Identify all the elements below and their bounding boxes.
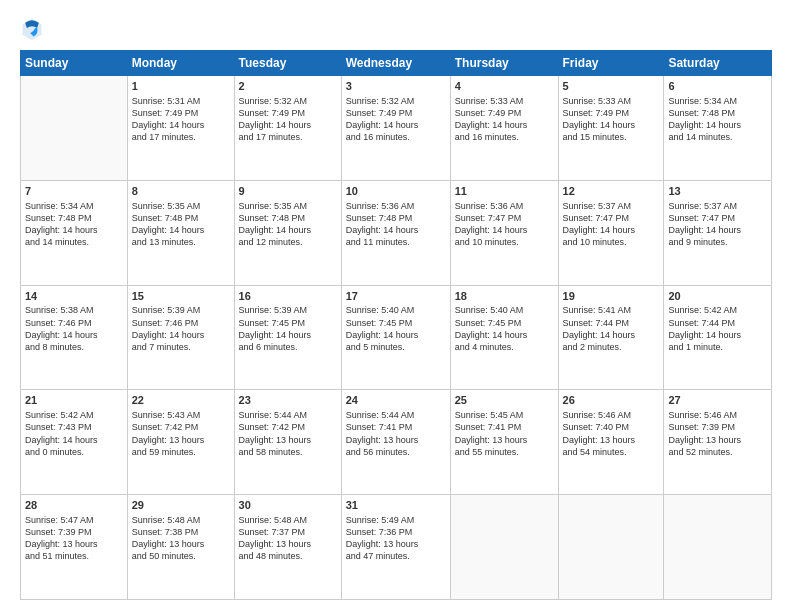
- day-info: Sunrise: 5:36 AM Sunset: 7:47 PM Dayligh…: [455, 200, 554, 249]
- day-info: Sunrise: 5:48 AM Sunset: 7:38 PM Dayligh…: [132, 514, 230, 563]
- weekday-header-thursday: Thursday: [450, 51, 558, 76]
- day-info: Sunrise: 5:41 AM Sunset: 7:44 PM Dayligh…: [563, 304, 660, 353]
- calendar-cell: 3Sunrise: 5:32 AM Sunset: 7:49 PM Daylig…: [341, 76, 450, 181]
- day-info: Sunrise: 5:40 AM Sunset: 7:45 PM Dayligh…: [455, 304, 554, 353]
- calendar-cell: 4Sunrise: 5:33 AM Sunset: 7:49 PM Daylig…: [450, 76, 558, 181]
- calendar-cell: 31Sunrise: 5:49 AM Sunset: 7:36 PM Dayli…: [341, 495, 450, 600]
- weekday-header-friday: Friday: [558, 51, 664, 76]
- weekday-header-tuesday: Tuesday: [234, 51, 341, 76]
- day-info: Sunrise: 5:44 AM Sunset: 7:42 PM Dayligh…: [239, 409, 337, 458]
- day-info: Sunrise: 5:48 AM Sunset: 7:37 PM Dayligh…: [239, 514, 337, 563]
- calendar-cell: 21Sunrise: 5:42 AM Sunset: 7:43 PM Dayli…: [21, 390, 128, 495]
- day-number: 11: [455, 184, 554, 199]
- day-number: 7: [25, 184, 123, 199]
- calendar-cell: 26Sunrise: 5:46 AM Sunset: 7:40 PM Dayli…: [558, 390, 664, 495]
- day-info: Sunrise: 5:39 AM Sunset: 7:45 PM Dayligh…: [239, 304, 337, 353]
- day-info: Sunrise: 5:33 AM Sunset: 7:49 PM Dayligh…: [455, 95, 554, 144]
- day-info: Sunrise: 5:31 AM Sunset: 7:49 PM Dayligh…: [132, 95, 230, 144]
- header: [20, 16, 772, 40]
- day-number: 26: [563, 393, 660, 408]
- calendar-cell: 27Sunrise: 5:46 AM Sunset: 7:39 PM Dayli…: [664, 390, 772, 495]
- calendar-cell: 1Sunrise: 5:31 AM Sunset: 7:49 PM Daylig…: [127, 76, 234, 181]
- day-number: 14: [25, 289, 123, 304]
- calendar-table: SundayMondayTuesdayWednesdayThursdayFrid…: [20, 50, 772, 600]
- weekday-header-wednesday: Wednesday: [341, 51, 450, 76]
- weekday-header-monday: Monday: [127, 51, 234, 76]
- day-number: 28: [25, 498, 123, 513]
- day-number: 13: [668, 184, 767, 199]
- day-number: 10: [346, 184, 446, 199]
- day-info: Sunrise: 5:37 AM Sunset: 7:47 PM Dayligh…: [563, 200, 660, 249]
- calendar-cell: 28Sunrise: 5:47 AM Sunset: 7:39 PM Dayli…: [21, 495, 128, 600]
- day-number: 6: [668, 79, 767, 94]
- weekday-header-sunday: Sunday: [21, 51, 128, 76]
- calendar-cell: 22Sunrise: 5:43 AM Sunset: 7:42 PM Dayli…: [127, 390, 234, 495]
- calendar-cell: 7Sunrise: 5:34 AM Sunset: 7:48 PM Daylig…: [21, 180, 128, 285]
- day-info: Sunrise: 5:46 AM Sunset: 7:40 PM Dayligh…: [563, 409, 660, 458]
- day-number: 17: [346, 289, 446, 304]
- day-number: 4: [455, 79, 554, 94]
- day-info: Sunrise: 5:36 AM Sunset: 7:48 PM Dayligh…: [346, 200, 446, 249]
- calendar-cell: 11Sunrise: 5:36 AM Sunset: 7:47 PM Dayli…: [450, 180, 558, 285]
- calendar-cell: 12Sunrise: 5:37 AM Sunset: 7:47 PM Dayli…: [558, 180, 664, 285]
- calendar-cell: 25Sunrise: 5:45 AM Sunset: 7:41 PM Dayli…: [450, 390, 558, 495]
- day-info: Sunrise: 5:34 AM Sunset: 7:48 PM Dayligh…: [668, 95, 767, 144]
- calendar-cell: 16Sunrise: 5:39 AM Sunset: 7:45 PM Dayli…: [234, 285, 341, 390]
- day-number: 1: [132, 79, 230, 94]
- calendar-cell: 9Sunrise: 5:35 AM Sunset: 7:48 PM Daylig…: [234, 180, 341, 285]
- day-number: 2: [239, 79, 337, 94]
- day-info: Sunrise: 5:42 AM Sunset: 7:43 PM Dayligh…: [25, 409, 123, 458]
- day-info: Sunrise: 5:33 AM Sunset: 7:49 PM Dayligh…: [563, 95, 660, 144]
- day-info: Sunrise: 5:45 AM Sunset: 7:41 PM Dayligh…: [455, 409, 554, 458]
- calendar-cell: 17Sunrise: 5:40 AM Sunset: 7:45 PM Dayli…: [341, 285, 450, 390]
- day-number: 24: [346, 393, 446, 408]
- calendar-cell: [21, 76, 128, 181]
- day-number: 21: [25, 393, 123, 408]
- day-info: Sunrise: 5:47 AM Sunset: 7:39 PM Dayligh…: [25, 514, 123, 563]
- calendar-cell: 18Sunrise: 5:40 AM Sunset: 7:45 PM Dayli…: [450, 285, 558, 390]
- day-info: Sunrise: 5:37 AM Sunset: 7:47 PM Dayligh…: [668, 200, 767, 249]
- calendar-cell: 10Sunrise: 5:36 AM Sunset: 7:48 PM Dayli…: [341, 180, 450, 285]
- calendar-cell: [450, 495, 558, 600]
- calendar-cell: [558, 495, 664, 600]
- day-info: Sunrise: 5:49 AM Sunset: 7:36 PM Dayligh…: [346, 514, 446, 563]
- day-info: Sunrise: 5:39 AM Sunset: 7:46 PM Dayligh…: [132, 304, 230, 353]
- week-row-3: 14Sunrise: 5:38 AM Sunset: 7:46 PM Dayli…: [21, 285, 772, 390]
- day-number: 9: [239, 184, 337, 199]
- day-info: Sunrise: 5:38 AM Sunset: 7:46 PM Dayligh…: [25, 304, 123, 353]
- day-info: Sunrise: 5:35 AM Sunset: 7:48 PM Dayligh…: [132, 200, 230, 249]
- calendar-cell: 5Sunrise: 5:33 AM Sunset: 7:49 PM Daylig…: [558, 76, 664, 181]
- calendar-cell: 29Sunrise: 5:48 AM Sunset: 7:38 PM Dayli…: [127, 495, 234, 600]
- calendar-cell: 8Sunrise: 5:35 AM Sunset: 7:48 PM Daylig…: [127, 180, 234, 285]
- day-number: 15: [132, 289, 230, 304]
- page: SundayMondayTuesdayWednesdayThursdayFrid…: [0, 0, 792, 612]
- day-number: 8: [132, 184, 230, 199]
- day-info: Sunrise: 5:34 AM Sunset: 7:48 PM Dayligh…: [25, 200, 123, 249]
- calendar-cell: [664, 495, 772, 600]
- calendar-cell: 15Sunrise: 5:39 AM Sunset: 7:46 PM Dayli…: [127, 285, 234, 390]
- logo-icon: [20, 16, 44, 40]
- day-info: Sunrise: 5:44 AM Sunset: 7:41 PM Dayligh…: [346, 409, 446, 458]
- day-info: Sunrise: 5:32 AM Sunset: 7:49 PM Dayligh…: [346, 95, 446, 144]
- day-number: 31: [346, 498, 446, 513]
- logo: [20, 16, 48, 40]
- day-info: Sunrise: 5:35 AM Sunset: 7:48 PM Dayligh…: [239, 200, 337, 249]
- day-number: 27: [668, 393, 767, 408]
- weekday-header-saturday: Saturday: [664, 51, 772, 76]
- day-number: 3: [346, 79, 446, 94]
- week-row-5: 28Sunrise: 5:47 AM Sunset: 7:39 PM Dayli…: [21, 495, 772, 600]
- calendar-cell: 2Sunrise: 5:32 AM Sunset: 7:49 PM Daylig…: [234, 76, 341, 181]
- day-number: 30: [239, 498, 337, 513]
- week-row-4: 21Sunrise: 5:42 AM Sunset: 7:43 PM Dayli…: [21, 390, 772, 495]
- calendar-cell: 20Sunrise: 5:42 AM Sunset: 7:44 PM Dayli…: [664, 285, 772, 390]
- day-info: Sunrise: 5:42 AM Sunset: 7:44 PM Dayligh…: [668, 304, 767, 353]
- day-number: 25: [455, 393, 554, 408]
- day-info: Sunrise: 5:40 AM Sunset: 7:45 PM Dayligh…: [346, 304, 446, 353]
- calendar-cell: 6Sunrise: 5:34 AM Sunset: 7:48 PM Daylig…: [664, 76, 772, 181]
- day-number: 18: [455, 289, 554, 304]
- day-info: Sunrise: 5:43 AM Sunset: 7:42 PM Dayligh…: [132, 409, 230, 458]
- weekday-header-row: SundayMondayTuesdayWednesdayThursdayFrid…: [21, 51, 772, 76]
- day-number: 16: [239, 289, 337, 304]
- day-number: 29: [132, 498, 230, 513]
- day-number: 23: [239, 393, 337, 408]
